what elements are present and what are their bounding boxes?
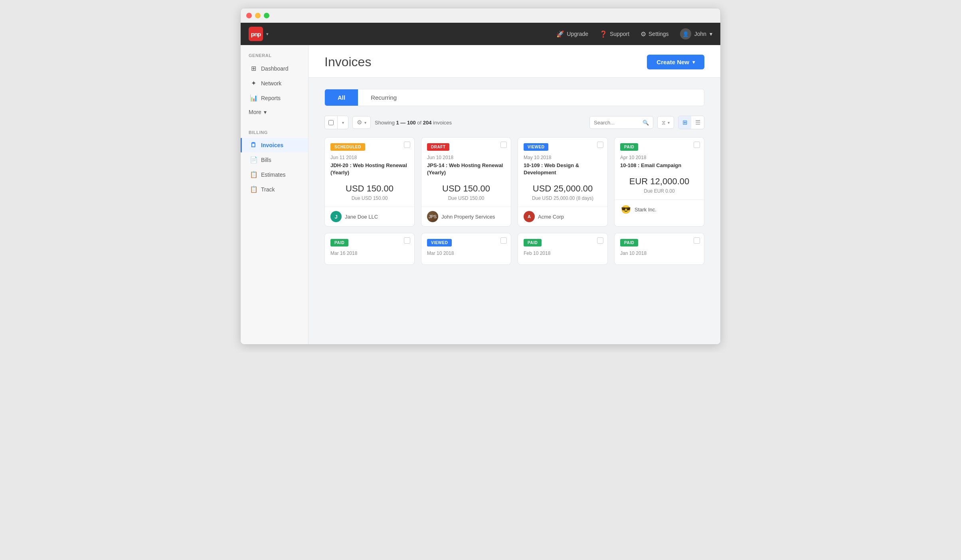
invoice-card-7[interactable]: PAID Jan 10 2018 — [614, 233, 704, 265]
card-checkbox-6[interactable] — [597, 237, 603, 244]
sidebar-item-invoices[interactable]: 🗒 Invoices — [241, 138, 308, 152]
grid-view-button[interactable]: ⊞ — [678, 116, 691, 129]
sidebar-item-track[interactable]: 📋 Track — [241, 182, 308, 197]
card-checkbox-3[interactable] — [694, 142, 700, 148]
sidebar-item-bills[interactable]: 📄 Bills — [241, 152, 308, 167]
card-amount-0: USD 150.00 — [325, 176, 414, 195]
sidebar-more[interactable]: More ▾ — [241, 105, 308, 119]
tab-recurring[interactable]: Recurring — [358, 89, 409, 106]
sidebar-item-network[interactable]: ✦ Network — [241, 76, 308, 91]
invoice-card-1[interactable]: DRAFT Jun 10 2018 JPS-14 : Web Hosting R… — [421, 137, 511, 227]
card-amount-3: EUR 12,000.00 — [615, 169, 704, 188]
card-client-2: Acme Corp — [538, 214, 564, 220]
invoice-card-2[interactable]: VIEWED May 10 2018 10-109 : Web Design &… — [518, 137, 608, 227]
upgrade-icon: 🚀 — [556, 30, 564, 38]
filter-icon: ⧖ — [662, 119, 666, 126]
main-content-area: Invoices Create New ▾ All Recurring — [308, 45, 720, 344]
user-avatar-icon: 👤 — [682, 31, 689, 37]
page-title: Invoices — [324, 55, 371, 69]
card-date-2: May 10 2018 — [524, 155, 602, 160]
sidebar-item-reports[interactable]: 📊 Reports — [241, 91, 308, 105]
card-date-3: Apr 10 2018 — [620, 155, 698, 160]
card-checkbox-1[interactable] — [500, 142, 507, 148]
card-client-1: John Property Services — [441, 214, 495, 220]
select-all-input[interactable] — [328, 120, 334, 125]
card-badge-7: PAID — [620, 239, 638, 246]
tab-all[interactable]: All — [325, 89, 358, 106]
card-body-6: Feb 10 2018 — [518, 246, 607, 256]
invoice-card-6[interactable]: PAID Feb 10 2018 — [518, 233, 608, 265]
card-checkbox-4[interactable] — [404, 237, 410, 244]
minimize-btn[interactable] — [255, 13, 261, 18]
invoice-card-4[interactable]: PAID Mar 16 2018 — [324, 233, 415, 265]
upgrade-nav-item[interactable]: 🚀 Upgrade — [556, 30, 588, 38]
card-title-1: JPS-14 : Web Hosting Renewal (Yearly) — [427, 162, 505, 176]
invoice-card-3[interactable]: PAID Apr 10 2018 10-108 : Email Campaign… — [614, 137, 704, 227]
bulk-arrow: ▾ — [364, 120, 366, 125]
card-avatar-1: JPS — [427, 211, 438, 222]
user-name: John — [694, 31, 706, 37]
bulk-actions-dropdown[interactable]: ⚙ ▾ — [352, 116, 371, 129]
sidebar-item-label-network: Network — [261, 80, 281, 87]
card-avatar-0: J — [330, 211, 342, 222]
invoice-cards-grid: SCHEDULED Jun 11 2018 JDH-20 : Web Hosti… — [324, 137, 704, 265]
invoice-card-5[interactable]: VIEWED Mar 10 2018 — [421, 233, 511, 265]
support-nav-item[interactable]: ❓ Support — [599, 30, 629, 38]
estimates-icon: 📋 — [250, 171, 257, 178]
create-new-button[interactable]: Create New ▾ — [647, 55, 704, 69]
card-amount-1: USD 150.00 — [421, 176, 511, 195]
sidebar: GENERAL ⊞ Dashboard ✦ Network 📊 Reports … — [241, 45, 308, 344]
card-checkbox-5[interactable] — [500, 237, 507, 244]
logo[interactable]: pnp — [249, 27, 263, 41]
showing-range: 1 — 100 — [396, 120, 416, 126]
card-checkbox-7[interactable] — [694, 237, 700, 244]
card-date-6: Feb 10 2018 — [524, 250, 602, 256]
app-body: GENERAL ⊞ Dashboard ✦ Network 📊 Reports … — [241, 45, 720, 344]
sidebar-item-dashboard[interactable]: ⊞ Dashboard — [241, 61, 308, 76]
invoice-card-0[interactable]: SCHEDULED Jun 11 2018 JDH-20 : Web Hosti… — [324, 137, 415, 227]
close-btn[interactable] — [246, 13, 252, 18]
list-view-button[interactable]: ☰ — [691, 116, 704, 129]
gear-icon: ⚙ — [357, 119, 362, 126]
card-title-3: 10-108 : Email Campaign — [620, 162, 698, 169]
card-checkbox-0[interactable] — [404, 142, 410, 148]
create-new-label: Create New — [656, 59, 689, 65]
settings-nav-item[interactable]: ⚙ Settings — [641, 30, 669, 38]
app-window: pnp ▾ 🚀 Upgrade ❓ Support ⚙ Settings 👤 J… — [240, 8, 721, 345]
card-due-2: Due USD 25,000.00 (8 days) — [518, 195, 607, 207]
select-all-dropdown-arrow[interactable]: ▾ — [338, 116, 348, 129]
card-badge-1: DRAFT — [427, 143, 449, 151]
user-menu[interactable]: 👤 John ▾ — [680, 28, 712, 39]
showing-suffix: invoices — [433, 120, 452, 126]
sidebar-item-label-bills: Bills — [261, 157, 271, 163]
sidebar-item-estimates[interactable]: 📋 Estimates — [241, 167, 308, 182]
card-date-1: Jun 10 2018 — [427, 155, 505, 160]
card-badge-4: PAID — [330, 239, 348, 246]
bills-icon: 📄 — [250, 156, 257, 164]
card-footer-2: A Acme Corp — [518, 207, 607, 226]
main-content-body: All Recurring ▾ ⚙ ▾ — [308, 78, 720, 276]
select-all-dropdown[interactable]: ▾ — [324, 116, 348, 129]
search-input[interactable] — [594, 120, 643, 126]
reports-icon: 📊 — [250, 94, 257, 102]
titlebar — [241, 8, 720, 23]
filter-arrow: ▾ — [668, 120, 670, 125]
user-dropdown-arrow: ▾ — [710, 31, 712, 37]
filter-button[interactable]: ⧖ ▾ — [657, 116, 674, 129]
card-checkbox-2[interactable] — [597, 142, 603, 148]
card-title-2: 10-109 : Web Design & Development — [524, 162, 602, 176]
card-avatar-2: A — [524, 211, 535, 222]
logo-dropdown-arrow[interactable]: ▾ — [266, 32, 269, 37]
maximize-btn[interactable] — [264, 13, 269, 18]
search-box[interactable]: 🔍 — [589, 116, 653, 129]
select-all-checkbox[interactable] — [325, 116, 338, 129]
card-body-0: Jun 11 2018 JDH-20 : Web Hosting Renewal… — [325, 151, 414, 176]
card-footer-0: J Jane Doe LLC — [325, 207, 414, 226]
card-client-0: Jane Doe LLC — [345, 214, 378, 220]
settings-label: Settings — [649, 31, 669, 37]
general-section-label: GENERAL — [241, 53, 308, 61]
card-title-0: JDH-20 : Web Hosting Renewal (Yearly) — [330, 162, 409, 176]
showing-prefix: Showing — [375, 120, 395, 126]
network-icon: ✦ — [250, 79, 257, 87]
sidebar-more-label: More — [249, 109, 261, 115]
